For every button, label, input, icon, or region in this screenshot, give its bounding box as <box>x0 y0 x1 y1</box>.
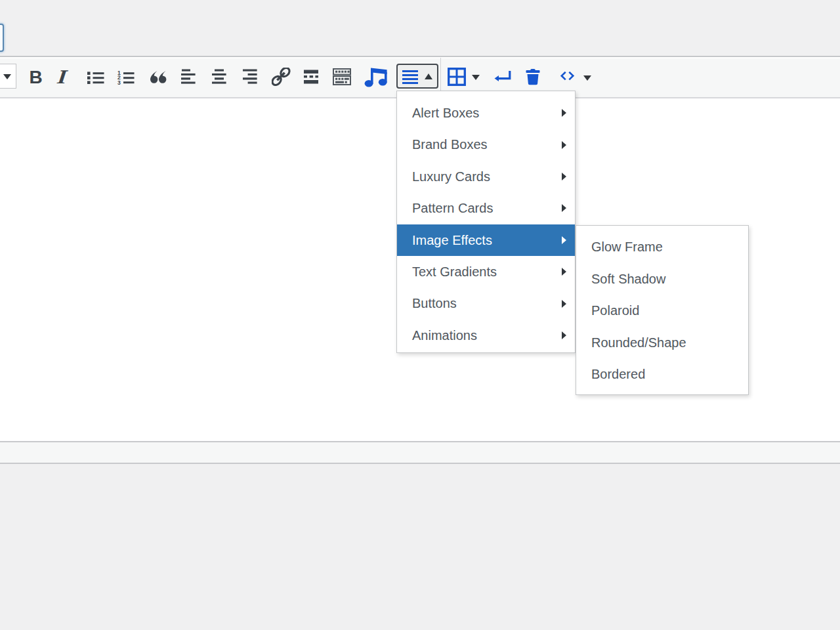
svg-text:3: 3 <box>117 79 121 85</box>
